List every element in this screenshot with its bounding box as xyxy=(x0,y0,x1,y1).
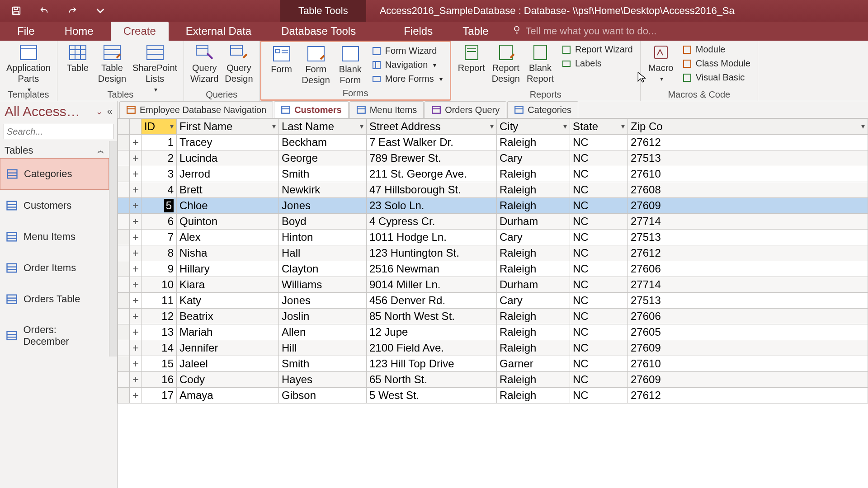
cell-id[interactable]: 5 xyxy=(142,198,177,214)
nav-item[interactable]: Orders Table xyxy=(0,283,109,314)
cell-first-name[interactable]: Katy xyxy=(177,293,279,309)
table-row[interactable]: +14JenniferHill2100 Field Ave.RaleighNC2… xyxy=(118,340,868,356)
cell-first-name[interactable]: Lucinda xyxy=(177,150,279,166)
cell-zip[interactable]: 27513 xyxy=(628,293,868,309)
cell-state[interactable]: NC xyxy=(570,324,628,340)
cell-state[interactable]: NC xyxy=(570,293,628,309)
row-selector[interactable] xyxy=(118,309,130,324)
column-dropdown-icon[interactable]: ▾ xyxy=(490,120,494,133)
cell-city[interactable]: Raleigh xyxy=(497,166,570,182)
cell-street-address[interactable]: 9014 Miller Ln. xyxy=(367,277,497,293)
cell-id[interactable]: 6 xyxy=(142,214,177,230)
cell-last-name[interactable]: Hill xyxy=(279,340,367,356)
cell-last-name[interactable]: Smith xyxy=(279,356,367,372)
cell-street-address[interactable]: 789 Brewer St. xyxy=(367,150,497,166)
form-design-button[interactable]: Form Design xyxy=(300,44,332,86)
tab-table[interactable]: Table xyxy=(450,22,501,41)
cell-city[interactable]: Raleigh xyxy=(497,135,570,150)
cell-last-name[interactable]: Jones xyxy=(279,198,367,214)
report-wizard-button[interactable]: Report Wizard xyxy=(559,43,636,56)
table-row[interactable]: +2LucindaGeorge789 Brewer St.CaryNC27513 xyxy=(118,150,868,166)
row-selector[interactable] xyxy=(118,293,130,309)
cell-last-name[interactable]: Clayton xyxy=(279,261,367,277)
more-forms-button[interactable]: More Forms▾ xyxy=(369,73,445,85)
row-selector[interactable] xyxy=(118,277,130,293)
cell-city[interactable]: Raleigh xyxy=(497,261,570,277)
cell-state[interactable]: NC xyxy=(570,261,628,277)
cell-first-name[interactable]: Jerrod xyxy=(177,166,279,182)
cell-street-address[interactable]: 211 St. George Ave. xyxy=(367,166,497,182)
cell-first-name[interactable]: Jennifer xyxy=(177,340,279,356)
cell-id[interactable]: 4 xyxy=(142,182,177,198)
cell-state[interactable]: NC xyxy=(570,230,628,245)
cell-first-name[interactable]: Brett xyxy=(177,182,279,198)
cell-id[interactable]: 11 xyxy=(142,293,177,309)
cell-state[interactable]: NC xyxy=(570,309,628,324)
cell-zip[interactable]: 27612 xyxy=(628,245,868,261)
cell-zip[interactable]: 27605 xyxy=(628,324,868,340)
cell-city[interactable]: Durham xyxy=(497,277,570,293)
undo-icon[interactable] xyxy=(37,4,52,18)
report-button[interactable]: Report xyxy=(456,42,487,74)
table-row[interactable]: +1TraceyBeckham7 East Walker Dr.RaleighN… xyxy=(118,135,868,150)
tell-me-search[interactable]: Tell me what you want to do... xyxy=(506,22,657,41)
column-dropdown-icon[interactable]: ▾ xyxy=(621,120,625,133)
table-row[interactable]: +8NishaHall123 Huntington St.RaleighNC27… xyxy=(118,245,868,261)
cell-id[interactable]: 15 xyxy=(142,356,177,372)
application-parts-button[interactable]: Application Parts▾ xyxy=(5,42,52,96)
cell-city[interactable]: Raleigh xyxy=(497,182,570,198)
cell-city[interactable]: Garner xyxy=(497,356,570,372)
cell-zip[interactable]: 27513 xyxy=(628,150,868,166)
form-button[interactable]: Form xyxy=(266,44,297,75)
table-row[interactable]: +9HillaryClayton2516 NewmanRaleighNC2760… xyxy=(118,261,868,277)
row-selector[interactable] xyxy=(118,135,130,150)
table-row[interactable]: +15JaleelSmith123 Hill Top DriveGarnerNC… xyxy=(118,356,868,372)
table-row[interactable]: +10KiaraWilliams9014 Miller Ln.DurhamNC2… xyxy=(118,277,868,293)
cell-city[interactable]: Raleigh xyxy=(497,198,570,214)
table-row[interactable]: +4BrettNewkirk47 Hillsborough St.Raleigh… xyxy=(118,182,868,198)
cell-id[interactable]: 3 xyxy=(142,166,177,182)
column-dropdown-icon[interactable]: ▾ xyxy=(272,120,276,133)
nav-item[interactable]: Order Items xyxy=(0,252,109,283)
cell-first-name[interactable]: Hillary xyxy=(177,261,279,277)
cell-street-address[interactable]: 23 Solo Ln. xyxy=(367,198,497,214)
navigation-button[interactable]: Navigation▾ xyxy=(369,59,445,71)
cell-last-name[interactable]: George xyxy=(279,150,367,166)
cell-zip[interactable]: 27610 xyxy=(628,166,868,182)
tab-file[interactable]: File xyxy=(5,22,47,41)
cell-street-address[interactable]: 123 Hill Top Drive xyxy=(367,356,497,372)
expand-row-icon[interactable]: + xyxy=(130,261,142,277)
cell-zip[interactable]: 27714 xyxy=(628,277,868,293)
row-selector[interactable] xyxy=(118,324,130,340)
cell-last-name[interactable]: Hall xyxy=(279,245,367,261)
cell-street-address[interactable]: 2516 Newman xyxy=(367,261,497,277)
column-dropdown-icon[interactable]: ▾ xyxy=(563,120,567,133)
nav-item[interactable]: Orders: December xyxy=(0,314,109,357)
query-design-button[interactable]: Query Design xyxy=(223,42,255,85)
table-row[interactable]: +13MariahAllen12 JupeRaleighNC27605 xyxy=(118,324,868,340)
cell-city[interactable]: Raleigh xyxy=(497,245,570,261)
nav-search[interactable] xyxy=(4,124,113,139)
cell-city[interactable]: Raleigh xyxy=(497,372,570,388)
column-dropdown-icon[interactable]: ▾ xyxy=(170,120,174,133)
cell-last-name[interactable]: Jones xyxy=(279,293,367,309)
customize-qat-icon[interactable] xyxy=(93,4,108,18)
cell-last-name[interactable]: Hinton xyxy=(279,230,367,245)
row-selector[interactable] xyxy=(118,245,130,261)
row-selector[interactable] xyxy=(118,182,130,198)
cell-id[interactable]: 16 xyxy=(142,372,177,388)
cell-last-name[interactable]: Hayes xyxy=(279,372,367,388)
expand-row-icon[interactable]: + xyxy=(130,293,142,309)
cell-zip[interactable]: 27606 xyxy=(628,261,868,277)
tab-create[interactable]: Create xyxy=(111,22,169,41)
object-tab[interactable]: Menu Items xyxy=(349,101,424,118)
row-selector[interactable] xyxy=(118,340,130,356)
tab-external-data[interactable]: External Data xyxy=(173,22,264,41)
module-button[interactable]: Module xyxy=(679,43,753,56)
cell-street-address[interactable]: 12 Jupe xyxy=(367,324,497,340)
column-header[interactable]: Last Name▾ xyxy=(279,119,367,135)
cell-id[interactable]: 12 xyxy=(142,309,177,324)
cell-last-name[interactable]: Joslin xyxy=(279,309,367,324)
cell-city[interactable]: Raleigh xyxy=(497,388,570,404)
cell-street-address[interactable]: 4 Cypress Cr. xyxy=(367,214,497,230)
